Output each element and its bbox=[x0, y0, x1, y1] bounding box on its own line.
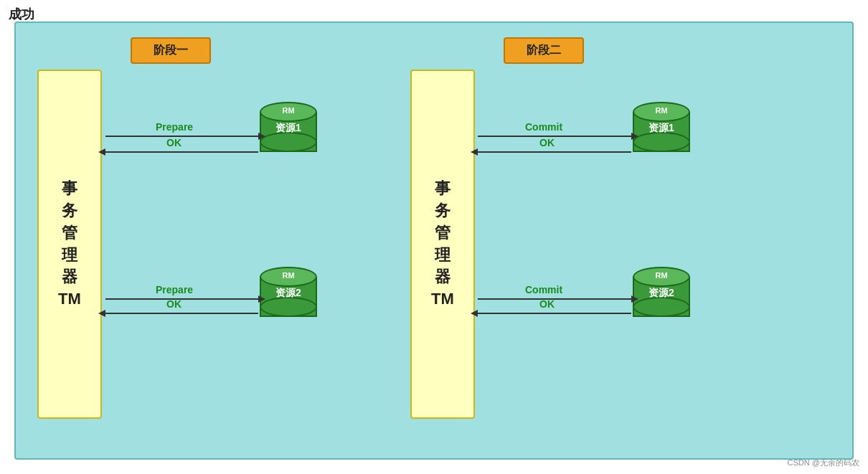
svg-text:OK: OK bbox=[539, 298, 555, 310]
watermark: CSDN @无余的码农 bbox=[788, 458, 859, 468]
svg-text:Commit: Commit bbox=[525, 284, 562, 295]
phase2-rm1-label-top: RM bbox=[633, 106, 690, 115]
page-title: 成功 bbox=[9, 6, 34, 23]
phase1-rm1-label-main: 资源1 bbox=[260, 122, 317, 135]
phase1-rm2-label-main: 资源2 bbox=[260, 287, 317, 300]
phase1-rm2-label-top: RM bbox=[260, 271, 317, 280]
phase-one-label: 阶段一 bbox=[131, 37, 211, 64]
main-diagram: 阶段一 阶段二 事务管理器TM 事务管理器TM RM 资源1 bbox=[14, 22, 854, 460]
tm-right-box: 事务管理器TM bbox=[410, 70, 475, 419]
page-wrapper: 成功 阶段一 阶段二 事务管理器TM 事务管理器TM RM 资源1 bbox=[0, 0, 868, 474]
phase2-rm1-label-main: 资源1 bbox=[633, 122, 690, 135]
phase2-rm2-label-main: 资源2 bbox=[633, 287, 690, 300]
phase2-rm1-db: RM 资源1 bbox=[633, 102, 690, 152]
svg-text:Prepare: Prepare bbox=[156, 284, 193, 295]
phase2-rm2-db: RM 资源2 bbox=[633, 267, 690, 317]
phase-two-label: 阶段二 bbox=[504, 37, 584, 64]
svg-text:OK: OK bbox=[166, 137, 181, 148]
phase1-rm2-db: RM 资源2 bbox=[260, 267, 317, 317]
svg-text:Prepare: Prepare bbox=[156, 121, 193, 133]
phase1-rm1-label-top: RM bbox=[260, 106, 317, 115]
svg-text:OK: OK bbox=[166, 298, 181, 310]
phase2-rm2-label-top: RM bbox=[633, 271, 690, 280]
svg-text:OK: OK bbox=[539, 137, 555, 148]
tm-left-box: 事务管理器TM bbox=[37, 70, 102, 419]
svg-text:Commit: Commit bbox=[525, 121, 562, 133]
phase1-rm1-db: RM 资源1 bbox=[260, 102, 317, 152]
